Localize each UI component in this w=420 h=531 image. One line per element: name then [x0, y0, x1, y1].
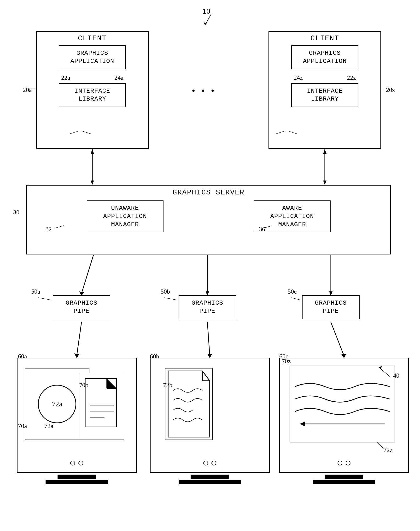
ref-36: 36 [259, 226, 265, 233]
monitor-left: 72a [17, 358, 137, 473]
svg-line-40 [164, 298, 177, 300]
ref-70a: 70a [18, 422, 27, 430]
monitor-left-stand [58, 475, 96, 479]
graphics-server-box: GRAPHICS SERVER UNAWAREAPPLICATIONMANAGE… [26, 185, 391, 255]
ref-22z: 22z [347, 74, 356, 81]
client-right-title: CLIENT [272, 34, 378, 43]
monitor-left-base [45, 480, 108, 484]
monitor-right-stand [325, 475, 363, 479]
svg-marker-12 [300, 421, 305, 427]
ref-40: 40 [393, 372, 399, 379]
svg-marker-15 [91, 149, 94, 154]
monitor-right-buttons [338, 461, 350, 466]
ellipsis: • • • [192, 85, 216, 97]
ref-60b: 60b [150, 353, 159, 360]
svg-line-27 [207, 322, 210, 356]
ref-32: 32 [45, 226, 52, 233]
monitor-mid [150, 358, 270, 473]
svg-line-25 [77, 322, 81, 356]
monitor-mid-buttons [203, 461, 216, 466]
svg-marker-17 [323, 180, 327, 185]
interface-lib-right: INTERFACELIBRARY [291, 83, 358, 107]
svg-marker-14 [91, 180, 94, 185]
svg-marker-9 [168, 371, 210, 437]
server-inner-boxes: UNAWAREAPPLICATIONMANAGER AWAREAPPLICATI… [27, 200, 390, 232]
svg-line-19 [81, 255, 93, 293]
btn-5 [338, 461, 342, 466]
btn-4 [211, 461, 216, 466]
ref-22a: 22a [61, 74, 70, 81]
monitor-left-buttons [70, 461, 83, 466]
ref-row-right: 24z 22z [272, 74, 378, 81]
circle-icon-72a: 72a [38, 385, 76, 423]
pipe-mid: GRAPHICSPIPE [179, 295, 236, 319]
graphics-app-left: GRAPHICSAPPLICATION [59, 45, 126, 69]
svg-marker-26 [74, 353, 79, 358]
ref-50b: 50b [161, 288, 170, 295]
btn-6 [346, 461, 350, 466]
ref-70z: 70z [282, 358, 291, 365]
svg-line-39 [38, 298, 52, 300]
aware-app-manager: AWAREAPPLICATIONMANAGER [254, 200, 330, 232]
btn-2 [78, 461, 83, 466]
ref-72a: 72a [44, 422, 53, 430]
btn-1 [70, 461, 75, 466]
wavy-content-72z [290, 366, 395, 442]
doc-icon-72b [165, 369, 212, 439]
svg-line-10 [202, 371, 210, 381]
screen-mid-main [165, 368, 213, 440]
ref-20z: 20z [386, 86, 395, 94]
ref-row-left: 22a 24a [39, 74, 146, 81]
client-box-right: CLIENT GRAPHICSAPPLICATION 24z 22z INTER… [269, 31, 381, 149]
unaware-app-manager: UNAWAREAPPLICATIONMANAGER [87, 200, 164, 232]
ref-30: 30 [13, 209, 19, 216]
diagram: 10 CLIENT GRAPHICSAPPLICATION 22a 24a IN… [0, 0, 420, 531]
ref-24a: 24a [114, 74, 123, 81]
monitor-mid-stand [191, 475, 229, 479]
svg-marker-18 [323, 149, 327, 154]
screen-right-main [290, 366, 395, 442]
ref-72b: 72b [163, 382, 172, 389]
ref-20a: 20a [23, 86, 32, 94]
graphics-server-title: GRAPHICS SERVER [27, 188, 390, 197]
ref-50a: 50a [31, 288, 40, 295]
svg-marker-3 [107, 379, 117, 388]
ref-60a: 60a [18, 353, 27, 360]
monitor-right-base [313, 480, 375, 484]
client-left-title: CLIENT [39, 34, 146, 43]
svg-line-29 [331, 322, 344, 356]
arrow-10-svg [201, 13, 221, 28]
client-box-left: CLIENT GRAPHICSAPPLICATION 22a 24a INTER… [36, 31, 149, 149]
btn-3 [203, 461, 208, 466]
svg-line-41 [291, 298, 301, 300]
ref-24z: 24z [294, 74, 303, 81]
pipe-right: GRAPHICSPIPE [302, 295, 360, 319]
ref-50c: 50c [288, 288, 297, 295]
interface-lib-left: INTERFACELIBRARY [59, 83, 126, 107]
monitor-right [279, 358, 409, 473]
ref-70b: 70b [79, 382, 89, 389]
pipe-left: GRAPHICSPIPE [53, 295, 110, 319]
monitor-mid-base [179, 480, 241, 484]
graphics-app-right: GRAPHICSAPPLICATION [291, 45, 358, 69]
ref-72z: 72z [384, 447, 393, 454]
